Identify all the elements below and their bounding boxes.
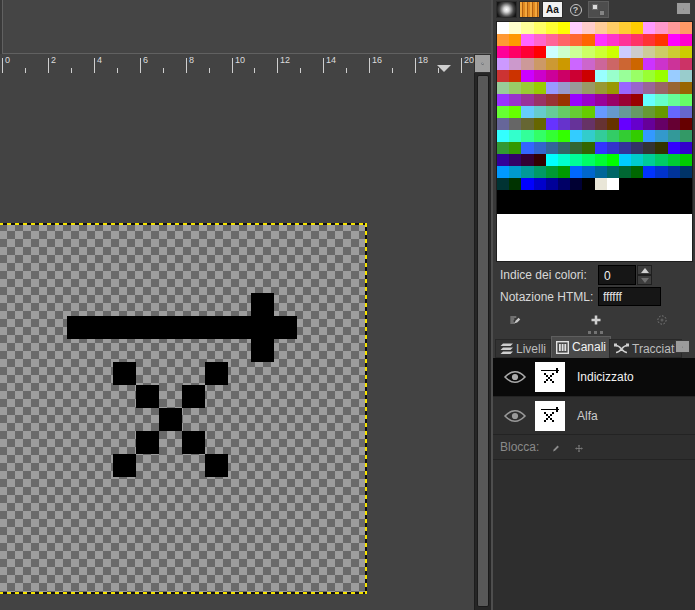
palette-swatch[interactable]	[607, 166, 619, 178]
palette-swatch[interactable]	[534, 166, 546, 178]
palette-swatch[interactable]	[595, 178, 607, 190]
palette-swatch[interactable]	[595, 166, 607, 178]
palette-swatch[interactable]	[619, 118, 631, 130]
palette-swatch[interactable]	[595, 106, 607, 118]
vertical-scrollbar-thumb[interactable]	[477, 75, 489, 607]
palette-swatch[interactable]	[655, 202, 667, 214]
edit-color-button[interactable]	[503, 309, 527, 330]
palette-swatch[interactable]	[619, 106, 631, 118]
palette-swatch[interactable]	[595, 70, 607, 82]
zoom-follow-window-button[interactable]	[474, 54, 491, 73]
palette-swatch[interactable]	[668, 82, 680, 94]
palette-swatch[interactable]	[595, 202, 607, 214]
palette-swatch[interactable]	[655, 82, 667, 94]
palette-swatch[interactable]	[595, 94, 607, 106]
palette-swatch[interactable]	[631, 202, 643, 214]
palette-swatch[interactable]	[680, 34, 692, 46]
palette-swatch[interactable]	[607, 190, 619, 202]
palette-swatch[interactable]	[509, 58, 521, 70]
tab-palette-active[interactable]	[588, 1, 609, 18]
palette-swatch[interactable]	[582, 130, 594, 142]
palette-swatch[interactable]	[534, 82, 546, 94]
palette-swatch[interactable]	[521, 46, 533, 58]
palette-swatch[interactable]	[643, 130, 655, 142]
palette-swatch[interactable]	[534, 34, 546, 46]
palette-swatch[interactable]	[582, 70, 594, 82]
palette-swatch[interactable]	[680, 46, 692, 58]
palette-swatch[interactable]	[668, 94, 680, 106]
palette-swatch[interactable]	[655, 34, 667, 46]
palette-swatch[interactable]	[668, 34, 680, 46]
palette-swatch[interactable]	[558, 166, 570, 178]
palette-swatch[interactable]	[631, 166, 643, 178]
lock-position-toggle[interactable]	[569, 438, 589, 458]
palette-swatch[interactable]	[570, 106, 582, 118]
palette-swatch[interactable]	[521, 118, 533, 130]
palette-swatch[interactable]	[546, 82, 558, 94]
palette-swatch[interactable]	[631, 118, 643, 130]
palette-swatch[interactable]	[668, 166, 680, 178]
palette-swatch[interactable]	[680, 106, 692, 118]
image-canvas[interactable]	[0, 73, 474, 610]
color-index-spinbox[interactable]	[598, 265, 636, 285]
palette-swatch[interactable]	[534, 178, 546, 190]
palette-swatch[interactable]	[655, 142, 667, 154]
palette-swatch[interactable]	[509, 166, 521, 178]
palette-swatch[interactable]	[643, 142, 655, 154]
spin-down-button[interactable]	[637, 275, 652, 285]
palette-swatch[interactable]	[546, 202, 558, 214]
palette-swatch[interactable]	[582, 58, 594, 70]
palette-swatch[interactable]	[607, 94, 619, 106]
palette-swatch[interactable]	[558, 22, 570, 34]
palette-swatch[interactable]	[619, 22, 631, 34]
palette-swatch[interactable]	[534, 22, 546, 34]
palette-swatch[interactable]	[655, 178, 667, 190]
palette-swatch[interactable]	[558, 106, 570, 118]
tab-layers[interactable]: Livelli	[495, 339, 551, 358]
palette-swatch[interactable]	[570, 130, 582, 142]
palette-swatch[interactable]	[607, 82, 619, 94]
palette-swatch[interactable]	[655, 94, 667, 106]
palette-swatch[interactable]	[668, 58, 680, 70]
palette-swatch[interactable]	[558, 82, 570, 94]
palette-swatch[interactable]	[558, 142, 570, 154]
palette-swatch[interactable]	[631, 58, 643, 70]
palette-swatch[interactable]	[668, 190, 680, 202]
palette-swatch[interactable]	[497, 94, 509, 106]
palette-swatch[interactable]	[534, 154, 546, 166]
palette-swatch[interactable]	[643, 166, 655, 178]
palette-swatch[interactable]	[655, 46, 667, 58]
palette-swatch[interactable]	[582, 118, 594, 130]
palette-swatch[interactable]	[643, 202, 655, 214]
remove-color-button-disabled[interactable]	[650, 309, 674, 330]
palette-swatch[interactable]	[497, 58, 509, 70]
palette-swatch[interactable]	[521, 58, 533, 70]
palette-swatch[interactable]	[643, 82, 655, 94]
palette-swatch[interactable]	[497, 70, 509, 82]
palette-swatch[interactable]	[668, 130, 680, 142]
palette-swatch[interactable]	[570, 22, 582, 34]
palette-swatch[interactable]	[582, 202, 594, 214]
palette-swatch[interactable]	[546, 142, 558, 154]
palette-swatch[interactable]	[643, 34, 655, 46]
palette-swatch[interactable]	[595, 190, 607, 202]
palette-swatch[interactable]	[619, 142, 631, 154]
palette-swatch[interactable]	[534, 190, 546, 202]
palette-swatch[interactable]	[631, 190, 643, 202]
palette-swatch[interactable]	[497, 22, 509, 34]
vertical-scrollbar[interactable]	[474, 73, 491, 610]
palette-swatch[interactable]	[607, 70, 619, 82]
palette-swatch[interactable]	[595, 154, 607, 166]
palette-swatch[interactable]	[497, 166, 509, 178]
palette-swatch[interactable]	[509, 94, 521, 106]
palette-swatch[interactable]	[570, 94, 582, 106]
palette-swatch[interactable]	[570, 34, 582, 46]
palette-swatch[interactable]	[680, 178, 692, 190]
palette-swatch[interactable]	[521, 202, 533, 214]
palette-swatch[interactable]	[521, 34, 533, 46]
palette-swatch[interactable]	[534, 94, 546, 106]
palette-swatch[interactable]	[546, 190, 558, 202]
palette-swatch[interactable]	[558, 118, 570, 130]
palette-swatch[interactable]	[509, 202, 521, 214]
palette-swatch[interactable]	[497, 190, 509, 202]
